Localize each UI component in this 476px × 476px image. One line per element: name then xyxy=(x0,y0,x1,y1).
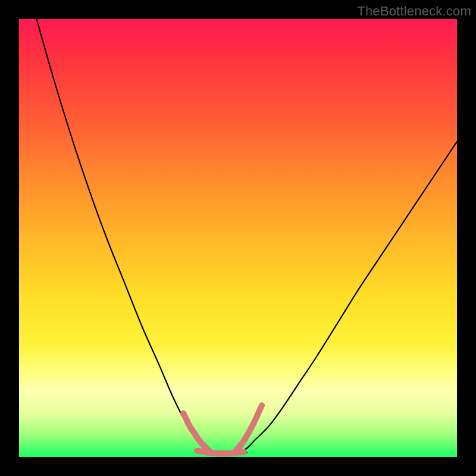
plot-area xyxy=(19,19,457,457)
right-curve-path xyxy=(238,142,457,453)
left-curve-path xyxy=(36,19,220,453)
watermark-text: TheBottleneck.com xyxy=(357,4,471,19)
marker-dash xyxy=(258,405,262,414)
marker-group xyxy=(183,405,262,453)
curve-group xyxy=(36,19,457,455)
chart-svg xyxy=(19,19,457,457)
marker-dash xyxy=(232,452,244,453)
chart-frame: TheBottleneck.com xyxy=(0,0,476,476)
